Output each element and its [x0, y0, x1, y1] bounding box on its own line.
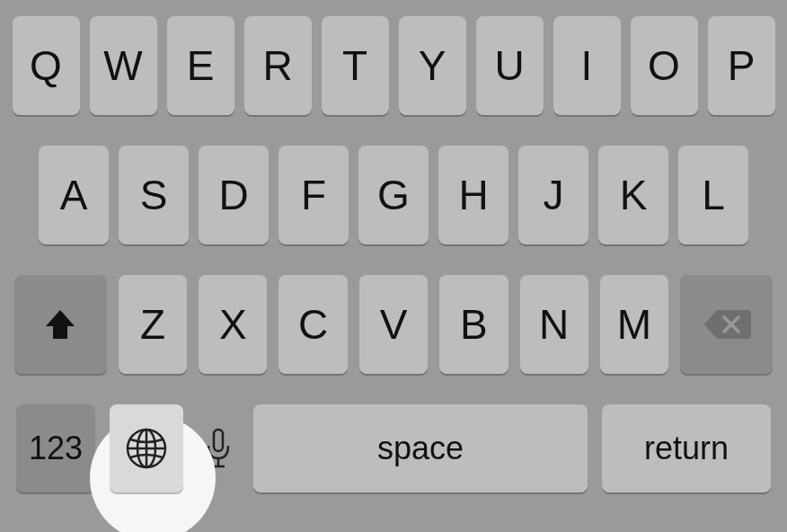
ios-keyboard: Q W E R T Y U I O P A S D F G H J K L Z … [0, 0, 787, 532]
numeric-switch-key[interactable]: 123 [16, 404, 95, 492]
key-z[interactable]: Z [119, 275, 187, 374]
key-o[interactable]: O [631, 16, 698, 115]
shift-icon [40, 305, 80, 344]
key-u[interactable]: U [476, 16, 544, 115]
key-m[interactable]: M [600, 275, 668, 374]
key-p[interactable]: P [708, 16, 775, 115]
key-c[interactable]: C [279, 275, 347, 374]
key-w[interactable]: W [90, 16, 157, 115]
key-b[interactable]: B [439, 275, 508, 374]
key-h[interactable]: H [438, 146, 508, 244]
key-f[interactable]: F [279, 146, 349, 244]
key-v[interactable]: V [359, 275, 428, 374]
keyboard-row-1: Q W E R T Y U I O P [9, 16, 778, 115]
space-key[interactable]: space [253, 404, 588, 492]
key-y[interactable]: Y [399, 16, 466, 115]
key-t[interactable]: T [322, 16, 389, 115]
key-x[interactable]: X [199, 275, 267, 374]
keyboard-row-4: 123 [9, 404, 778, 492]
keyboard-row-2: A S D F G H J K L [9, 146, 778, 244]
backspace-key[interactable] [680, 275, 773, 374]
key-a[interactable]: A [39, 146, 109, 244]
key-k[interactable]: K [598, 146, 668, 244]
key-i[interactable]: I [553, 16, 621, 115]
globe-icon [124, 426, 169, 471]
return-key[interactable]: return [602, 404, 771, 492]
key-s[interactable]: S [119, 146, 189, 244]
key-n[interactable]: N [520, 275, 588, 374]
shift-key[interactable] [14, 275, 107, 374]
key-e[interactable]: E [167, 16, 234, 115]
key-d[interactable]: D [199, 146, 269, 244]
key-l[interactable]: L [678, 146, 748, 244]
key-r[interactable]: R [244, 16, 312, 115]
keyboard-row-3: Z X C V B N M [9, 275, 778, 374]
key-q[interactable]: Q [13, 16, 80, 115]
backspace-icon [703, 306, 751, 342]
globe-key[interactable] [110, 404, 183, 492]
key-j[interactable]: J [518, 146, 588, 244]
svg-rect-4 [214, 430, 223, 451]
key-g[interactable]: G [358, 146, 429, 244]
